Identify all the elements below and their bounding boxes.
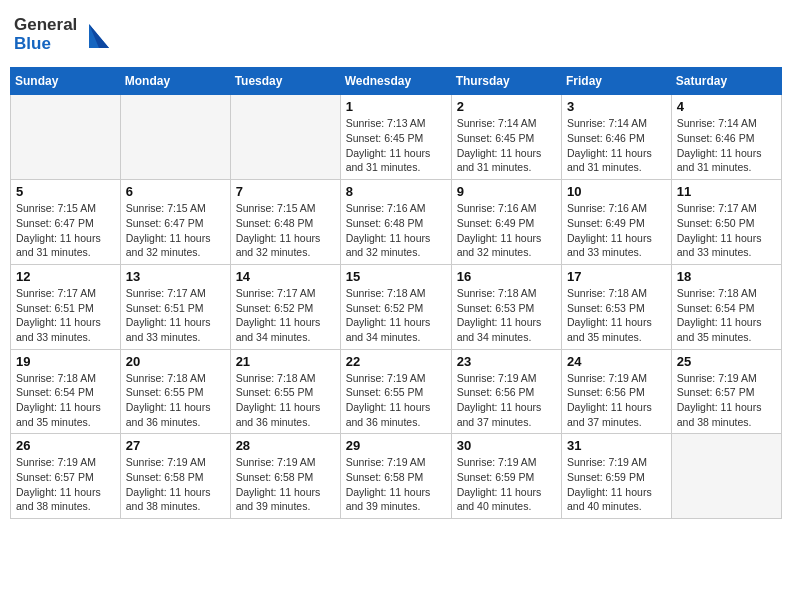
day-number: 21 [236,354,335,369]
calendar-cell: 6Sunrise: 7:15 AMSunset: 6:47 PMDaylight… [120,180,230,265]
day-info: Sunrise: 7:19 AMSunset: 6:57 PMDaylight:… [677,371,776,430]
calendar-cell: 8Sunrise: 7:16 AMSunset: 6:48 PMDaylight… [340,180,451,265]
day-number: 1 [346,99,446,114]
day-of-week-header: Thursday [451,68,561,95]
calendar-cell: 21Sunrise: 7:18 AMSunset: 6:55 PMDayligh… [230,349,340,434]
day-number: 11 [677,184,776,199]
day-info: Sunrise: 7:15 AMSunset: 6:47 PMDaylight:… [16,201,115,260]
day-number: 31 [567,438,666,453]
day-number: 18 [677,269,776,284]
calendar-week-row: 1Sunrise: 7:13 AMSunset: 6:45 PMDaylight… [11,95,782,180]
calendar-header-row: SundayMondayTuesdayWednesdayThursdayFrid… [11,68,782,95]
calendar-cell: 1Sunrise: 7:13 AMSunset: 6:45 PMDaylight… [340,95,451,180]
day-number: 16 [457,269,556,284]
day-number: 7 [236,184,335,199]
day-of-week-header: Friday [562,68,672,95]
day-info: Sunrise: 7:16 AMSunset: 6:49 PMDaylight:… [567,201,666,260]
calendar-cell: 17Sunrise: 7:18 AMSunset: 6:53 PMDayligh… [562,264,672,349]
day-info: Sunrise: 7:14 AMSunset: 6:46 PMDaylight:… [677,116,776,175]
calendar-cell: 26Sunrise: 7:19 AMSunset: 6:57 PMDayligh… [11,434,121,519]
calendar-table: SundayMondayTuesdayWednesdayThursdayFrid… [10,67,782,519]
day-number: 2 [457,99,556,114]
calendar-cell: 4Sunrise: 7:14 AMSunset: 6:46 PMDaylight… [671,95,781,180]
logo-wordmark: General Blue [14,16,109,53]
calendar-cell: 23Sunrise: 7:19 AMSunset: 6:56 PMDayligh… [451,349,561,434]
day-info: Sunrise: 7:19 AMSunset: 6:58 PMDaylight:… [126,455,225,514]
day-info: Sunrise: 7:15 AMSunset: 6:47 PMDaylight:… [126,201,225,260]
calendar-cell: 24Sunrise: 7:19 AMSunset: 6:56 PMDayligh… [562,349,672,434]
calendar-cell: 22Sunrise: 7:19 AMSunset: 6:55 PMDayligh… [340,349,451,434]
day-info: Sunrise: 7:19 AMSunset: 6:56 PMDaylight:… [457,371,556,430]
calendar-cell: 10Sunrise: 7:16 AMSunset: 6:49 PMDayligh… [562,180,672,265]
day-info: Sunrise: 7:14 AMSunset: 6:45 PMDaylight:… [457,116,556,175]
day-number: 14 [236,269,335,284]
day-of-week-header: Monday [120,68,230,95]
day-number: 3 [567,99,666,114]
day-number: 15 [346,269,446,284]
calendar-cell: 31Sunrise: 7:19 AMSunset: 6:59 PMDayligh… [562,434,672,519]
day-info: Sunrise: 7:18 AMSunset: 6:55 PMDaylight:… [126,371,225,430]
calendar-cell [230,95,340,180]
calendar-cell: 28Sunrise: 7:19 AMSunset: 6:58 PMDayligh… [230,434,340,519]
calendar-cell: 30Sunrise: 7:19 AMSunset: 6:59 PMDayligh… [451,434,561,519]
day-info: Sunrise: 7:19 AMSunset: 6:59 PMDaylight:… [457,455,556,514]
day-info: Sunrise: 7:14 AMSunset: 6:46 PMDaylight:… [567,116,666,175]
calendar-cell: 13Sunrise: 7:17 AMSunset: 6:51 PMDayligh… [120,264,230,349]
day-info: Sunrise: 7:19 AMSunset: 6:57 PMDaylight:… [16,455,115,514]
day-info: Sunrise: 7:18 AMSunset: 6:53 PMDaylight:… [457,286,556,345]
day-info: Sunrise: 7:17 AMSunset: 6:50 PMDaylight:… [677,201,776,260]
page-header: General Blue [10,10,782,59]
calendar-week-row: 19Sunrise: 7:18 AMSunset: 6:54 PMDayligh… [11,349,782,434]
day-number: 17 [567,269,666,284]
day-number: 4 [677,99,776,114]
calendar-cell [11,95,121,180]
calendar-cell: 11Sunrise: 7:17 AMSunset: 6:50 PMDayligh… [671,180,781,265]
day-number: 5 [16,184,115,199]
day-number: 13 [126,269,225,284]
day-number: 23 [457,354,556,369]
calendar-week-row: 12Sunrise: 7:17 AMSunset: 6:51 PMDayligh… [11,264,782,349]
day-info: Sunrise: 7:19 AMSunset: 6:56 PMDaylight:… [567,371,666,430]
day-info: Sunrise: 7:18 AMSunset: 6:52 PMDaylight:… [346,286,446,345]
calendar-cell: 15Sunrise: 7:18 AMSunset: 6:52 PMDayligh… [340,264,451,349]
day-info: Sunrise: 7:18 AMSunset: 6:55 PMDaylight:… [236,371,335,430]
calendar-cell: 16Sunrise: 7:18 AMSunset: 6:53 PMDayligh… [451,264,561,349]
day-info: Sunrise: 7:18 AMSunset: 6:53 PMDaylight:… [567,286,666,345]
calendar-cell: 27Sunrise: 7:19 AMSunset: 6:58 PMDayligh… [120,434,230,519]
day-number: 24 [567,354,666,369]
calendar-cell: 2Sunrise: 7:14 AMSunset: 6:45 PMDaylight… [451,95,561,180]
day-info: Sunrise: 7:18 AMSunset: 6:54 PMDaylight:… [677,286,776,345]
logo-general-text: General [14,16,77,35]
day-of-week-header: Sunday [11,68,121,95]
calendar-cell: 3Sunrise: 7:14 AMSunset: 6:46 PMDaylight… [562,95,672,180]
calendar-cell: 9Sunrise: 7:16 AMSunset: 6:49 PMDaylight… [451,180,561,265]
calendar-cell: 14Sunrise: 7:17 AMSunset: 6:52 PMDayligh… [230,264,340,349]
day-number: 22 [346,354,446,369]
calendar-cell: 20Sunrise: 7:18 AMSunset: 6:55 PMDayligh… [120,349,230,434]
day-number: 29 [346,438,446,453]
day-number: 25 [677,354,776,369]
day-number: 27 [126,438,225,453]
calendar-week-row: 5Sunrise: 7:15 AMSunset: 6:47 PMDaylight… [11,180,782,265]
day-info: Sunrise: 7:16 AMSunset: 6:48 PMDaylight:… [346,201,446,260]
calendar-cell: 12Sunrise: 7:17 AMSunset: 6:51 PMDayligh… [11,264,121,349]
day-info: Sunrise: 7:19 AMSunset: 6:58 PMDaylight:… [346,455,446,514]
calendar-cell: 25Sunrise: 7:19 AMSunset: 6:57 PMDayligh… [671,349,781,434]
day-info: Sunrise: 7:19 AMSunset: 6:59 PMDaylight:… [567,455,666,514]
day-number: 10 [567,184,666,199]
calendar-week-row: 26Sunrise: 7:19 AMSunset: 6:57 PMDayligh… [11,434,782,519]
calendar-cell [120,95,230,180]
calendar-cell: 18Sunrise: 7:18 AMSunset: 6:54 PMDayligh… [671,264,781,349]
day-info: Sunrise: 7:18 AMSunset: 6:54 PMDaylight:… [16,371,115,430]
day-number: 28 [236,438,335,453]
logo: General Blue [14,16,109,53]
day-of-week-header: Saturday [671,68,781,95]
day-info: Sunrise: 7:13 AMSunset: 6:45 PMDaylight:… [346,116,446,175]
day-info: Sunrise: 7:19 AMSunset: 6:58 PMDaylight:… [236,455,335,514]
day-info: Sunrise: 7:17 AMSunset: 6:52 PMDaylight:… [236,286,335,345]
day-number: 9 [457,184,556,199]
day-number: 8 [346,184,446,199]
day-info: Sunrise: 7:15 AMSunset: 6:48 PMDaylight:… [236,201,335,260]
day-info: Sunrise: 7:17 AMSunset: 6:51 PMDaylight:… [16,286,115,345]
calendar-cell: 7Sunrise: 7:15 AMSunset: 6:48 PMDaylight… [230,180,340,265]
